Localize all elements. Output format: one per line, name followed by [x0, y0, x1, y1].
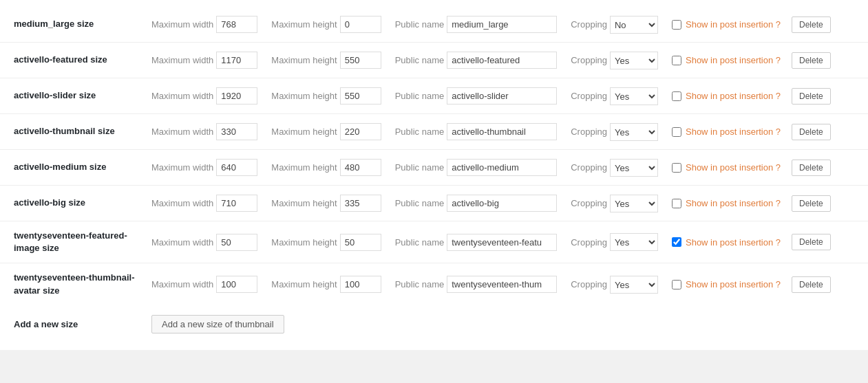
- public-name-label: Public name: [395, 237, 445, 248]
- size-fields: Maximum width Maximum height Public name…: [151, 233, 854, 251]
- max-height-label: Maximum height: [271, 162, 337, 173]
- max-width-input[interactable]: [216, 234, 257, 251]
- public-name-group: Public name: [395, 234, 563, 251]
- max-width-input[interactable]: [216, 276, 257, 293]
- show-in-post-checkbox[interactable]: [672, 56, 681, 65]
- max-height-group: Maximum height: [271, 195, 386, 212]
- max-width-group: Maximum width: [151, 123, 263, 140]
- max-width-label: Maximum width: [151, 19, 213, 30]
- public-name-input[interactable]: [447, 195, 557, 212]
- delete-button[interactable]: Delete: [792, 17, 831, 33]
- cropping-select[interactable]: NoYes: [610, 123, 658, 141]
- cropping-select[interactable]: NoYes: [610, 52, 658, 69]
- max-height-group: Maximum height: [271, 123, 386, 140]
- max-width-label: Maximum width: [151, 127, 213, 137]
- max-height-input[interactable]: [340, 87, 381, 105]
- cropping-label: Cropping: [571, 198, 607, 208]
- cropping-select[interactable]: NoYes: [610, 16, 658, 34]
- size-name-label: medium_large size: [14, 18, 151, 30]
- delete-button[interactable]: Delete: [792, 124, 831, 140]
- show-in-post-checkbox[interactable]: [672, 91, 681, 101]
- delete-button[interactable]: Delete: [792, 160, 831, 176]
- max-height-label: Maximum height: [271, 55, 337, 65]
- max-width-group: Maximum width: [151, 159, 263, 176]
- public-name-label: Public name: [395, 91, 445, 101]
- max-height-label: Maximum height: [271, 19, 337, 30]
- max-height-group: Maximum height: [271, 234, 386, 251]
- max-width-group: Maximum width: [151, 195, 263, 212]
- max-height-input[interactable]: [340, 16, 381, 33]
- show-in-post-checkbox[interactable]: [672, 199, 681, 208]
- cropping-group: Cropping NoYes: [571, 276, 664, 294]
- cropping-label: Cropping: [571, 19, 607, 30]
- show-in-post-group: Show in post insertion ?: [672, 279, 783, 289]
- max-width-input[interactable]: [216, 16, 257, 33]
- cropping-group: Cropping NoYes: [571, 195, 664, 212]
- size-fields: Maximum width Maximum height Public name…: [151, 16, 854, 34]
- delete-button[interactable]: Delete: [792, 88, 831, 105]
- public-name-label: Public name: [395, 127, 445, 137]
- public-name-input[interactable]: [447, 234, 557, 251]
- delete-button[interactable]: Delete: [792, 276, 831, 293]
- max-height-input[interactable]: [340, 159, 381, 176]
- table-row: twentyseventeen-thumbnail-avatar size Ma…: [0, 263, 868, 305]
- show-in-post-group: Show in post insertion ?: [672, 55, 783, 65]
- max-height-input[interactable]: [340, 234, 381, 251]
- max-height-input[interactable]: [340, 195, 381, 212]
- cropping-group: Cropping NoYes: [571, 52, 664, 69]
- show-in-post-checkbox[interactable]: [672, 163, 681, 173]
- max-height-input[interactable]: [340, 123, 381, 140]
- cropping-group: Cropping NoYes: [571, 87, 664, 105]
- table-row: activello-big size Maximum width Maximum…: [0, 186, 868, 221]
- cropping-group: Cropping NoYes: [571, 16, 664, 34]
- cropping-select[interactable]: NoYes: [610, 276, 658, 294]
- max-width-label: Maximum width: [151, 162, 213, 173]
- max-width-group: Maximum width: [151, 52, 263, 69]
- max-width-input[interactable]: [216, 52, 257, 69]
- max-width-input[interactable]: [216, 195, 257, 212]
- add-new-size-button[interactable]: Add a new size of thumbnail: [151, 315, 284, 333]
- show-in-post-checkbox[interactable]: [672, 237, 681, 247]
- size-name-label: activello-big size: [14, 197, 151, 209]
- public-name-input[interactable]: [447, 123, 557, 140]
- table-row: twentyseventeen-featured-image size Maxi…: [0, 221, 868, 263]
- max-width-input[interactable]: [216, 159, 257, 176]
- cropping-select[interactable]: NoYes: [610, 233, 658, 251]
- table-row: activello-thumbnail size Maximum width M…: [0, 114, 868, 150]
- show-in-post-label: Show in post insertion ?: [686, 55, 781, 65]
- public-name-group: Public name: [395, 276, 563, 293]
- size-name-label: twentyseventeen-featured-image size: [14, 230, 151, 254]
- size-name-label: activello-medium size: [14, 161, 151, 173]
- cropping-group: Cropping NoYes: [571, 159, 664, 177]
- public-name-input[interactable]: [447, 87, 557, 105]
- cropping-label: Cropping: [571, 55, 607, 65]
- show-in-post-checkbox[interactable]: [672, 127, 681, 137]
- max-height-group: Maximum height: [271, 159, 386, 176]
- cropping-label: Cropping: [571, 127, 607, 137]
- max-width-label: Maximum width: [151, 91, 213, 101]
- public-name-label: Public name: [395, 55, 445, 65]
- public-name-input[interactable]: [447, 16, 557, 33]
- cropping-select[interactable]: NoYes: [610, 159, 658, 177]
- max-height-input[interactable]: [340, 276, 381, 293]
- cropping-select[interactable]: NoYes: [610, 87, 658, 105]
- show-in-post-checkbox[interactable]: [672, 280, 681, 289]
- public-name-input[interactable]: [447, 276, 557, 293]
- size-name-label: twentyseventeen-thumbnail-avatar size: [14, 272, 151, 296]
- show-in-post-checkbox[interactable]: [672, 20, 681, 30]
- max-width-input[interactable]: [216, 123, 257, 140]
- delete-button[interactable]: Delete: [792, 195, 831, 212]
- size-fields: Maximum width Maximum height Public name…: [151, 276, 854, 294]
- cropping-select[interactable]: NoYes: [610, 195, 658, 212]
- size-fields: Maximum width Maximum height Public name…: [151, 52, 854, 69]
- public-name-input[interactable]: [447, 159, 557, 176]
- max-width-group: Maximum width: [151, 276, 263, 293]
- max-width-input[interactable]: [216, 87, 257, 105]
- public-name-input[interactable]: [447, 52, 557, 69]
- delete-button[interactable]: Delete: [792, 52, 831, 69]
- size-name-label: activello-thumbnail size: [14, 125, 151, 138]
- show-in-post-group: Show in post insertion ?: [672, 19, 783, 30]
- max-height-input[interactable]: [340, 52, 381, 69]
- delete-button[interactable]: Delete: [792, 234, 831, 250]
- max-width-label: Maximum width: [151, 198, 213, 208]
